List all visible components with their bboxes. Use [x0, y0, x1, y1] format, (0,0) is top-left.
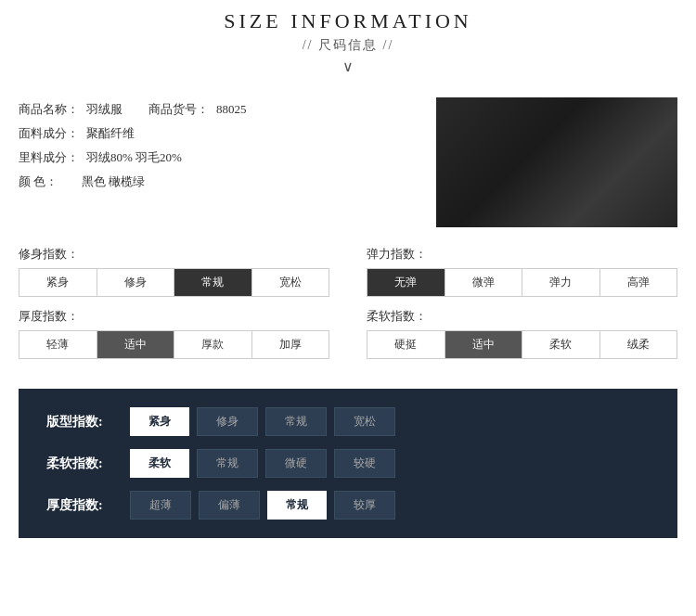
bottom-btn-1-2[interactable]: 微硬 [265, 449, 327, 478]
bottom-buttons-2: 超薄 偏薄 常规 较厚 [130, 491, 395, 520]
bottom-btn-0-1[interactable]: 修身 [197, 407, 258, 436]
thickness-btn-2[interactable]: 厚款 [174, 331, 252, 358]
page-title: SIZE INFORMATION [0, 9, 696, 33]
thickness-btn-3[interactable]: 加厚 [252, 331, 329, 358]
bottom-label-1: 柔软指数: [46, 456, 130, 472]
bottom-buttons-1: 柔软 常规 微硬 较硬 [130, 449, 395, 478]
fit-index-group: 修身指数： 紧身 修身 常规 宽松 [19, 246, 329, 297]
bottom-row-2: 厚度指数: 超薄 偏薄 常规 较厚 [46, 491, 650, 520]
product-details: 商品名称： 羽绒服 商品货号： 88025 面料成分： 聚酯纤维 里料成分： 羽… [19, 97, 418, 227]
softness-index-buttons: 硬挺 适中 柔软 绒柔 [367, 330, 677, 359]
fit-btn-1[interactable]: 修身 [97, 269, 175, 296]
bottom-btn-1-0[interactable]: 柔软 [130, 449, 189, 478]
bottom-btn-0-3[interactable]: 宽松 [334, 407, 395, 436]
bottom-btn-0-0[interactable]: 紧身 [130, 407, 189, 436]
indicator-row-1: 修身指数： 紧身 修身 常规 宽松 弹力指数： 无弹 微弹 弹力 高弹 [19, 246, 677, 297]
bottom-btn-2-2[interactable]: 常规 [267, 491, 327, 520]
product-name-value: 羽绒服 [86, 97, 122, 122]
lining-value: 羽绒80% 羽毛20% [86, 146, 182, 170]
elasticity-btn-3[interactable]: 高弹 [600, 269, 677, 296]
chevron-icon[interactable]: ∨ [0, 58, 696, 75]
bottom-label-0: 版型指数: [46, 414, 130, 430]
bottom-btn-1-3[interactable]: 较硬 [334, 449, 395, 478]
bottom-btn-2-0[interactable]: 超薄 [130, 491, 191, 520]
softness-btn-2[interactable]: 柔软 [522, 331, 600, 358]
softness-index-group: 柔软指数： 硬挺 适中 柔软 绒柔 [367, 308, 677, 359]
softness-btn-3[interactable]: 绒柔 [600, 331, 677, 358]
color-value: 黑色 橄榄绿 [82, 170, 145, 194]
fit-btn-3[interactable]: 宽松 [252, 269, 329, 296]
elasticity-index-buttons: 无弹 微弹 弹力 高弹 [367, 268, 677, 297]
fit-index-buttons: 紧身 修身 常规 宽松 [19, 268, 329, 297]
thickness-btn-0[interactable]: 轻薄 [19, 331, 97, 358]
fit-btn-2[interactable]: 常规 [174, 269, 252, 296]
bottom-row-1: 柔软指数: 柔软 常规 微硬 较硬 [46, 449, 650, 478]
color-label: 颜 色： [19, 170, 74, 194]
elasticity-index-group: 弹力指数： 无弹 微弹 弹力 高弹 [367, 246, 677, 297]
bottom-btn-1-1[interactable]: 常规 [197, 449, 258, 478]
product-number-label: 商品货号： [148, 97, 209, 122]
thickness-index-label: 厚度指数： [19, 308, 329, 325]
bottom-buttons-0: 紧身 修身 常规 宽松 [130, 407, 395, 436]
bottom-btn-2-1[interactable]: 偏薄 [199, 491, 260, 520]
product-image [436, 97, 677, 227]
elasticity-index-label: 弹力指数： [367, 246, 677, 263]
thickness-btn-1[interactable]: 适中 [97, 331, 175, 358]
softness-index-label: 柔软指数： [367, 308, 677, 325]
bottom-panel: 版型指数: 紧身 修身 常规 宽松 柔软指数: 柔软 常规 微硬 较硬 厚度指数… [19, 389, 677, 538]
indicator-row-2: 厚度指数： 轻薄 适中 厚款 加厚 柔软指数： 硬挺 适中 柔软 绒柔 [19, 308, 677, 359]
bottom-row-0: 版型指数: 紧身 修身 常规 宽松 [46, 407, 650, 436]
thickness-index-group: 厚度指数： 轻薄 适中 厚款 加厚 [19, 308, 329, 359]
elasticity-btn-0[interactable]: 无弹 [367, 269, 445, 296]
bottom-label-2: 厚度指数: [46, 497, 130, 514]
product-info-section: 商品名称： 羽绒服 商品货号： 88025 面料成分： 聚酯纤维 里料成分： 羽… [0, 81, 696, 237]
lining-label: 里料成分： [19, 146, 79, 170]
fabric-label: 面料成分： [19, 122, 79, 146]
thickness-index-buttons: 轻薄 适中 厚款 加厚 [19, 330, 329, 359]
indicators-section: 修身指数： 紧身 修身 常规 宽松 弹力指数： 无弹 微弹 弹力 高弹 厚度指数… [0, 237, 696, 378]
elasticity-btn-2[interactable]: 弹力 [522, 269, 600, 296]
header-subtitle: // 尺码信息 // [0, 37, 696, 54]
softness-btn-0[interactable]: 硬挺 [367, 331, 445, 358]
softness-btn-1[interactable]: 适中 [445, 331, 523, 358]
bottom-btn-2-3[interactable]: 较厚 [334, 491, 395, 520]
fit-btn-0[interactable]: 紧身 [19, 269, 97, 296]
header-section: SIZE INFORMATION // 尺码信息 // ∨ [0, 0, 696, 81]
fabric-value: 聚酯纤维 [86, 122, 135, 146]
product-number-value: 88025 [216, 97, 247, 122]
bottom-btn-0-2[interactable]: 常规 [265, 407, 327, 436]
fit-index-label: 修身指数： [19, 246, 329, 263]
elasticity-btn-1[interactable]: 微弹 [445, 269, 523, 296]
product-name-label: 商品名称： [19, 97, 79, 122]
